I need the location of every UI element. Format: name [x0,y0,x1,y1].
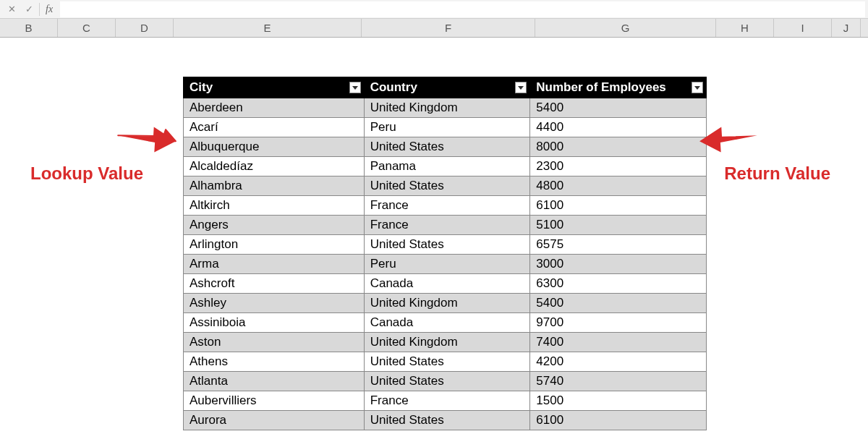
table-cell[interactable]: Albuquerque [184,137,365,157]
annotation-lookup: Lookup Value [30,117,175,184]
data-table: City Country Number of Employees Aberdee… [183,77,707,430]
table-cell[interactable]: Altkirch [184,196,365,216]
table-cell[interactable]: Athens [184,352,365,372]
table-cell[interactable]: 4400 [530,118,707,137]
column-header-i[interactable]: I [774,19,832,37]
column-header-e[interactable]: E [174,19,362,37]
column-header-j[interactable]: J [832,19,861,37]
table-cell[interactable]: Angers [184,216,365,235]
formula-input[interactable] [60,1,865,17]
table-cell[interactable]: United Kingdom [364,333,530,352]
table-cell[interactable]: United States [364,352,530,372]
table-cell[interactable]: 2300 [530,157,707,176]
column-header-d[interactable]: D [116,19,174,37]
column-headers: BCDEFGHIJ [0,19,868,38]
table-row: AberdeenUnited Kingdom5400 [184,98,707,118]
table-cell[interactable]: France [364,216,530,235]
table-cell[interactable]: Arma [184,255,365,274]
table-row: AlcaldedíazPanama2300 [184,157,707,176]
worksheet: City Country Number of Employees Aberdee… [0,38,868,434]
annotation-label: Return Value [724,163,830,184]
arrow-icon [111,106,181,169]
table-cell[interactable]: 3000 [530,255,707,274]
table-cell[interactable]: Aberdeen [184,98,365,118]
table-row: AstonUnited Kingdom7400 [184,333,707,352]
table-row: AuroraUnited States6100 [184,411,707,430]
header-label: Country [370,80,417,94]
table-cell[interactable]: Arlington [184,235,365,255]
filter-dropdown-icon[interactable] [515,82,527,93]
table-cell[interactable]: Atlanta [184,372,365,391]
table-cell[interactable]: Canada [364,313,530,333]
table-cell[interactable]: United Kingdom [364,98,530,118]
table-row: AubervilliersFrance1500 [184,391,707,411]
table-cell[interactable]: 5400 [530,98,707,118]
column-header-c[interactable]: C [58,19,116,37]
annotation-return: Return Value [700,117,830,184]
table-cell[interactable]: United Kingdom [364,294,530,313]
column-header-g[interactable]: G [535,19,716,37]
formula-enter-button[interactable]: ✓ [20,1,38,17]
table-cell[interactable]: United States [364,137,530,157]
table-row: AngersFrance5100 [184,216,707,235]
table-cell[interactable]: Aubervilliers [184,391,365,411]
table-cell[interactable]: France [364,196,530,216]
table-header-row: City Country Number of Employees [184,77,707,98]
table-row: AltkirchFrance6100 [184,196,707,216]
column-header-b[interactable]: B [0,19,58,37]
table-cell[interactable]: Peru [364,255,530,274]
table-row: AshleyUnited Kingdom5400 [184,294,707,313]
table-cell[interactable]: 6300 [530,274,707,294]
formula-cancel-button[interactable]: ✕ [3,1,20,17]
header-city[interactable]: City [184,77,365,98]
column-header-f[interactable]: F [362,19,535,37]
table-cell[interactable]: Alhambra [184,176,365,196]
table-cell[interactable]: United States [364,176,530,196]
table-cell[interactable]: Aston [184,333,365,352]
table-row: AcaríPeru4400 [184,118,707,137]
table-cell[interactable]: 5740 [530,372,707,391]
divider [39,3,40,16]
table-cell[interactable]: Alcaldedíaz [184,157,365,176]
table-row: AlhambraUnited States4800 [184,176,707,196]
table-cell[interactable]: 4200 [530,352,707,372]
table-cell[interactable]: United States [364,411,530,430]
insert-function-button[interactable]: fx [41,4,57,15]
table-row: ArmaPeru3000 [184,255,707,274]
table-row: AtlantaUnited States5740 [184,372,707,391]
table-cell[interactable]: 6100 [530,196,707,216]
table-cell[interactable]: United States [364,235,530,255]
filter-dropdown-icon[interactable] [692,82,703,93]
table-cell[interactable]: 5400 [530,294,707,313]
table-cell[interactable]: Canada [364,274,530,294]
table-body: AberdeenUnited Kingdom5400AcaríPeru4400A… [184,98,707,430]
table-cell[interactable]: Panama [364,157,530,176]
table-row: AssiniboiaCanada9700 [184,313,707,333]
table-cell[interactable]: 7400 [530,333,707,352]
table-cell[interactable]: 6575 [530,235,707,255]
table-cell[interactable]: 4800 [530,176,707,196]
table-cell[interactable]: 9700 [530,313,707,333]
header-label: Number of Employees [536,80,666,94]
table-cell[interactable]: 6100 [530,411,707,430]
column-header-h[interactable]: H [716,19,774,37]
table-cell[interactable]: Ashley [184,294,365,313]
header-country[interactable]: Country [364,77,530,98]
table-row: ArlingtonUnited States6575 [184,235,707,255]
header-employees[interactable]: Number of Employees [530,77,707,98]
table-cell[interactable]: Acarí [184,118,365,137]
table-cell[interactable]: Assiniboia [184,313,365,333]
table-cell[interactable]: Ashcroft [184,274,365,294]
table-row: AthensUnited States4200 [184,352,707,372]
table-cell[interactable]: 1500 [530,391,707,411]
filter-dropdown-icon[interactable] [349,82,361,93]
table-cell[interactable]: 5100 [530,216,707,235]
table-row: AlbuquerqueUnited States8000 [184,137,707,157]
table-cell[interactable]: Peru [364,118,530,137]
table-cell[interactable]: United States [364,372,530,391]
table-cell[interactable]: France [364,391,530,411]
table-row: AshcroftCanada6300 [184,274,707,294]
table-cell[interactable]: Aurora [184,411,365,430]
header-label: City [190,80,213,94]
table-cell[interactable]: 8000 [530,137,707,157]
